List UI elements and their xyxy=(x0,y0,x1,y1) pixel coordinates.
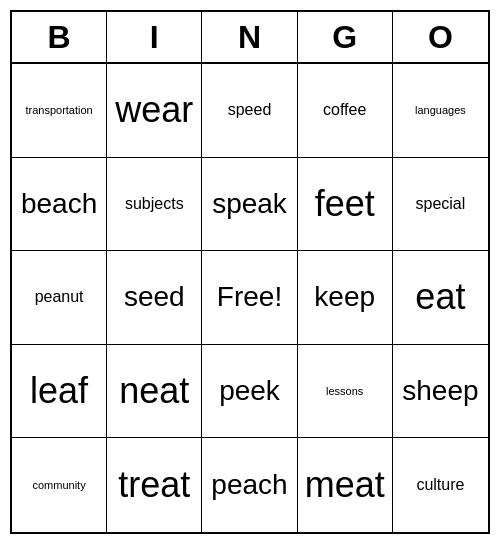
bingo-cell: community xyxy=(12,438,107,532)
bingo-grid: transportationwearspeedcoffeelanguagesbe… xyxy=(12,64,488,532)
bingo-cell: feet xyxy=(298,158,393,252)
bingo-cell: speak xyxy=(202,158,297,252)
header-letter: I xyxy=(107,12,202,62)
bingo-cell: transportation xyxy=(12,64,107,158)
header-letter: N xyxy=(202,12,297,62)
bingo-cell: beach xyxy=(12,158,107,252)
bingo-cell: leaf xyxy=(12,345,107,439)
header-letter: B xyxy=(12,12,107,62)
bingo-cell: seed xyxy=(107,251,202,345)
bingo-cell: keep xyxy=(298,251,393,345)
bingo-cell: sheep xyxy=(393,345,488,439)
bingo-cell: neat xyxy=(107,345,202,439)
bingo-cell: peek xyxy=(202,345,297,439)
bingo-cell: culture xyxy=(393,438,488,532)
bingo-cell: peach xyxy=(202,438,297,532)
bingo-cell: languages xyxy=(393,64,488,158)
bingo-cell: coffee xyxy=(298,64,393,158)
bingo-card: BINGO transportationwearspeedcoffeelangu… xyxy=(10,10,490,534)
header-letter: O xyxy=(393,12,488,62)
bingo-cell: lessons xyxy=(298,345,393,439)
bingo-cell: meat xyxy=(298,438,393,532)
bingo-header: BINGO xyxy=(12,12,488,64)
bingo-cell: treat xyxy=(107,438,202,532)
header-letter: G xyxy=(298,12,393,62)
bingo-cell: peanut xyxy=(12,251,107,345)
bingo-cell: wear xyxy=(107,64,202,158)
bingo-cell: Free! xyxy=(202,251,297,345)
bingo-cell: speed xyxy=(202,64,297,158)
bingo-cell: subjects xyxy=(107,158,202,252)
bingo-cell: special xyxy=(393,158,488,252)
bingo-cell: eat xyxy=(393,251,488,345)
